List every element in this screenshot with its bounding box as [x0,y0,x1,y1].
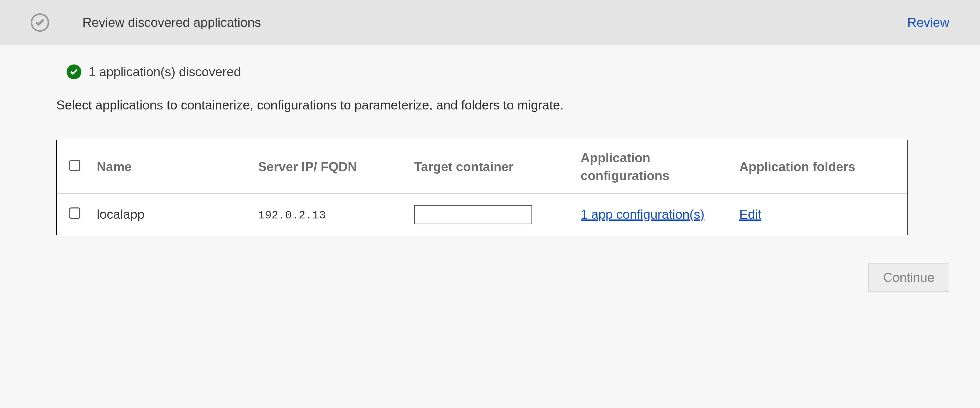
step-title: Review discovered applications [83,14,261,32]
app-configurations-link[interactable]: 1 app configuration(s) [581,205,705,223]
success-check-icon [67,65,81,79]
applications-table: Name Server IP/ FQDN Target container Ap… [57,140,907,235]
step-status-icon [31,13,49,32]
step-header-left: Review discovered applications [31,13,261,32]
table-row: localapp 192.0.2.13 1 app configuration(… [57,194,907,235]
page-container: Review discovered applications Review 1 … [0,0,980,408]
row-checkbox[interactable] [69,208,80,219]
select-all-checkbox[interactable] [69,160,80,171]
col-header-server[interactable]: Server IP/ FQDN [254,140,410,194]
review-link[interactable]: Review [907,14,949,32]
applications-table-container: Name Server IP/ FQDN Target container Ap… [56,140,908,235]
table-header-row: Name Server IP/ FQDN Target container Ap… [57,140,907,194]
content-area: 1 application(s) discovered Select appli… [0,45,980,235]
cell-server-ip: 192.0.2.13 [258,209,326,222]
col-header-target[interactable]: Target container [410,140,576,194]
continue-button[interactable]: Continue [869,264,949,292]
col-header-name[interactable]: Name [93,140,254,194]
target-container-input[interactable] [414,205,532,224]
discovery-status: 1 application(s) discovered [67,63,924,81]
footer-actions: Continue [0,235,980,292]
col-header-folders[interactable]: Application folders [735,140,907,194]
instruction-text: Select applications to containerize, con… [56,96,924,114]
discovery-status-text: 1 application(s) discovered [89,63,241,81]
col-header-config[interactable]: Application configurations [576,140,735,194]
cell-name: localapp [93,194,254,235]
edit-folders-link[interactable]: Edit [739,205,761,223]
step-header: Review discovered applications Review [0,0,980,45]
